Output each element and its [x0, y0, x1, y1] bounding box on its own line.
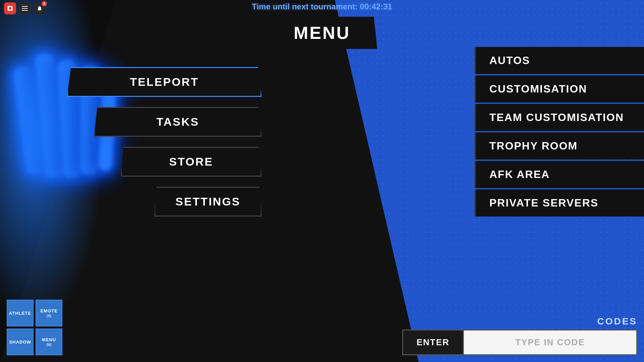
- afk-area-button[interactable]: AFK AREA: [475, 161, 644, 188]
- codes-title: CODES: [597, 316, 637, 327]
- codes-input-row: ENTER: [402, 329, 637, 355]
- hamburger-button[interactable]: [19, 2, 31, 14]
- roblox-icon: [6, 5, 14, 12]
- enter-code-button[interactable]: ENTER: [402, 329, 463, 355]
- roblox-logo: [4, 2, 16, 14]
- right-menu-buttons: AUTOS CUSTOMISATION TEAM CUSTOMISATION T…: [475, 47, 644, 217]
- emote-hotkey-key: (B): [47, 314, 51, 318]
- menu-title-text: MENU: [293, 23, 350, 43]
- hotkeys-container: ATHLETE EMOTE (B) SHADOW MENU (M): [7, 300, 62, 355]
- menu-hotkey-label: MENU: [42, 337, 56, 342]
- athlete-hotkey-btn[interactable]: ATHLETE: [7, 300, 34, 326]
- notification-badge: 8: [42, 1, 47, 6]
- tournament-timer: Time until next tournament: 00:42:31: [252, 2, 392, 11]
- private-servers-button[interactable]: PRIVATE SERVERS: [475, 189, 644, 217]
- emote-hotkey-btn[interactable]: EMOTE (B): [36, 300, 62, 326]
- team-customisation-button[interactable]: TEAM CUSTOMISATION: [475, 104, 644, 131]
- shadow-hotkey-btn[interactable]: SHADOW: [7, 328, 34, 355]
- menu-title-container: MENU: [267, 17, 377, 49]
- teleport-button[interactable]: TELEPORT: [67, 67, 262, 97]
- athlete-hotkey-label: ATHLETE: [9, 311, 31, 316]
- tasks-button[interactable]: TASKS: [94, 107, 262, 137]
- code-input-field[interactable]: [463, 329, 637, 355]
- menu-hotkey-btn[interactable]: MENU (M): [36, 328, 62, 355]
- settings-button[interactable]: SETTINGS: [154, 187, 262, 217]
- shadow-hotkey-label: SHADOW: [9, 340, 31, 345]
- hotkeys-grid: ATHLETE EMOTE (B) SHADOW MENU (M): [7, 300, 62, 355]
- topbar: 8: [0, 0, 67, 17]
- center-menu-buttons: TELEPORT TASKS STORE SETTINGS: [67, 67, 262, 217]
- codes-section: CODES ENTER: [402, 316, 637, 355]
- hamburger-icon: [22, 6, 28, 11]
- emote-hotkey-label: EMOTE: [40, 308, 57, 313]
- svg-rect-1: [9, 7, 11, 9]
- bell-icon: [37, 5, 43, 11]
- menu-hotkey-key: (M): [47, 343, 52, 347]
- store-button[interactable]: STORE: [121, 147, 262, 177]
- customisation-button[interactable]: CUSTOMISATION: [475, 75, 644, 103]
- notification-button[interactable]: 8: [34, 2, 46, 14]
- autos-button[interactable]: AUTOS: [475, 47, 644, 74]
- trophy-room-button[interactable]: TROPHY ROOM: [475, 132, 644, 160]
